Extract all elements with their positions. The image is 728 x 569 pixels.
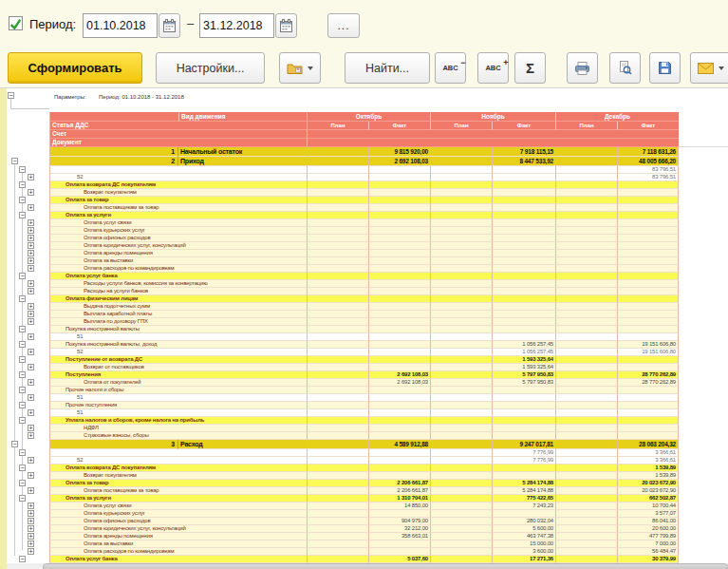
settings-button[interactable]: Настройки... (156, 52, 265, 84)
table-row[interactable]: +Оплата расходов по командировкам3 600,0… (7, 548, 679, 556)
row-expander[interactable]: − (19, 326, 26, 332)
table-row[interactable]: −Поступление от возврата ДС1 593 325,64 (7, 356, 679, 364)
table-row[interactable]: −7 776,993 366,61 (7, 449, 679, 457)
table-row[interactable]: −Оплата возврата ДС покупателям1 539,89 (7, 465, 679, 472)
row-expander[interactable]: − (19, 402, 26, 408)
table-row[interactable]: +Расходы услуги банков, комиссия за конв… (7, 280, 679, 288)
period-from-calendar-button[interactable] (159, 13, 180, 38)
row-expander[interactable]: + (28, 518, 34, 524)
row-expander[interactable]: − (19, 480, 26, 486)
table-row[interactable]: −Оплата возврата ДС покупателям (7, 181, 679, 189)
table-row[interactable]: +51 (7, 409, 679, 417)
table-row[interactable]: +527 776,993 366,61 (7, 457, 679, 465)
row-expander[interactable]: + (28, 303, 34, 310)
row-expander[interactable]: + (28, 235, 34, 241)
row-expander[interactable]: + (28, 394, 34, 401)
table-row[interactable]: +Оплата расходов по командировкам (7, 265, 679, 273)
row-expander[interactable]: + (28, 349, 34, 355)
row-expander[interactable]: + (28, 503, 34, 509)
table-row[interactable]: −Оплата физическим лицам (7, 295, 679, 303)
row-expander[interactable]: + (28, 364, 34, 370)
row-expander[interactable]: + (28, 250, 34, 256)
sum-button[interactable]: Σ (514, 52, 546, 84)
table-row[interactable]: −Покупка иностранной валюты (7, 326, 679, 333)
table-row[interactable]: +Оплата услуг связи14 850,007 243,2310 7… (7, 503, 679, 510)
table-row[interactable]: +Выплата заработной платы (7, 311, 679, 318)
table-row[interactable]: −Оплата за услуги1 310 704,01775 422,656… (7, 495, 679, 503)
table-row[interactable]: +Оплата аренды помещения (7, 250, 679, 257)
row-expander[interactable]: − (19, 371, 26, 378)
table-row[interactable]: +Оплата поставщикам за товар (7, 204, 679, 212)
table-row[interactable]: +Оплата от покупателей2 692 108,035 797 … (7, 379, 679, 387)
row-expander[interactable]: − (19, 556, 26, 562)
row-expander[interactable]: − (19, 197, 26, 203)
table-row[interactable]: −83 796,51 (7, 166, 679, 174)
row-expander[interactable]: + (28, 265, 34, 272)
row-expander[interactable]: + (28, 409, 34, 416)
row-expander[interactable]: + (28, 333, 34, 340)
preview-button[interactable] (609, 52, 641, 84)
table-row[interactable]: +Расходы на услуги банков (7, 288, 679, 295)
row-expander[interactable]: + (28, 510, 34, 517)
row-expander[interactable]: + (28, 280, 34, 287)
table-row[interactable]: +Оплата за выставки15 000,007 000,00 (7, 541, 679, 548)
period-to-input[interactable] (199, 13, 274, 38)
table-row[interactable]: +Возврат от поставщиков1 593 325,64 (7, 364, 679, 371)
table-row[interactable]: +51 (7, 333, 679, 341)
row-expander[interactable]: + (28, 204, 34, 211)
table-row[interactable]: −Уплата налогов и сборов, кроме налога н… (7, 417, 679, 425)
outline-expander-top[interactable]: − (8, 92, 14, 99)
find-button[interactable]: Найти... (345, 52, 430, 84)
table-row[interactable]: +51 (7, 394, 679, 402)
table-row[interactable]: +Оплата услуг связи (7, 219, 679, 227)
expand-groups-button[interactable]: ABC+ (477, 52, 509, 84)
table-row[interactable]: +Возврат покупателям (7, 189, 679, 197)
send-email-button[interactable] (690, 52, 728, 84)
table-row[interactable]: +521 056 257,4519 151 606,80 (7, 349, 679, 356)
horizontal-scrollbar[interactable] (7, 563, 728, 569)
table-row[interactable]: +НДФЛ (7, 425, 679, 432)
table-row[interactable]: +Оплата юридических услуг, консультаций3… (7, 525, 679, 533)
row-expander[interactable]: + (28, 541, 34, 547)
table-row[interactable]: +Оплата поставщикам за товар2 206 661,87… (7, 487, 679, 495)
row-expander[interactable]: − (19, 356, 26, 363)
row-expander[interactable]: + (28, 242, 34, 249)
generate-button[interactable]: Сформировать (8, 52, 142, 84)
table-row[interactable]: +Оплата за выставки (7, 257, 679, 265)
table-row[interactable]: +Возврат покупателям1 539,89 (7, 472, 679, 480)
row-expander[interactable]: + (28, 174, 34, 180)
table-row[interactable]: −Поступления2 692 108,035 797 950,8328 7… (7, 371, 679, 379)
row-expander[interactable]: − (19, 465, 26, 471)
row-expander[interactable]: − (19, 166, 26, 173)
row-expander[interactable]: − (11, 441, 18, 447)
table-row[interactable]: −2Приход2 692 108,038 447 533,9248 005 6… (7, 157, 679, 166)
row-expander[interactable]: + (28, 457, 34, 464)
table-row[interactable]: −Прочие налоги и сборы (7, 387, 679, 394)
print-button[interactable] (567, 52, 598, 84)
row-expander[interactable]: − (19, 341, 26, 348)
row-expander[interactable]: − (19, 387, 26, 393)
table-row[interactable]: +Оплата аренды помещения358 663,01463 74… (7, 533, 679, 541)
row-expander[interactable]: + (28, 472, 34, 479)
scrollbar-thumb[interactable] (43, 563, 728, 569)
table-row[interactable]: −Оплата за товар (7, 197, 679, 204)
table-row[interactable]: −Оплата за товар2 206 661,875 284 174,88… (7, 480, 679, 487)
table-row[interactable]: +Оплата курьерских услуг (7, 227, 679, 235)
row-expander[interactable]: − (19, 495, 26, 502)
table-row[interactable]: +Оплата юридических услуг, консультаций (7, 242, 679, 250)
table-row[interactable]: −Оплата за услуги (7, 212, 679, 219)
table-row[interactable]: +Выдача подотчетных сумм (7, 303, 679, 311)
row-expander[interactable]: + (28, 311, 34, 317)
period-to-calendar-button[interactable] (275, 13, 297, 38)
table-row[interactable]: 1Начальный остаток9 815 920,007 918 115,… (7, 147, 679, 157)
row-expander[interactable]: − (19, 417, 26, 424)
table-row[interactable]: +Оплата офисных расходов904 979,00280 03… (7, 518, 679, 525)
table-row[interactable]: +5283 796,51 (7, 174, 679, 181)
row-expander[interactable]: + (28, 525, 34, 532)
table-row[interactable]: −Покупка иностранной валюты, доход1 056 … (7, 341, 679, 349)
report-variants-button[interactable] (279, 52, 321, 84)
row-expander[interactable]: − (19, 212, 26, 218)
period-from-input[interactable] (83, 13, 158, 38)
period-more-button[interactable]: ... (327, 13, 360, 38)
table-row[interactable]: +Страховые взносы, сборы (7, 432, 679, 440)
